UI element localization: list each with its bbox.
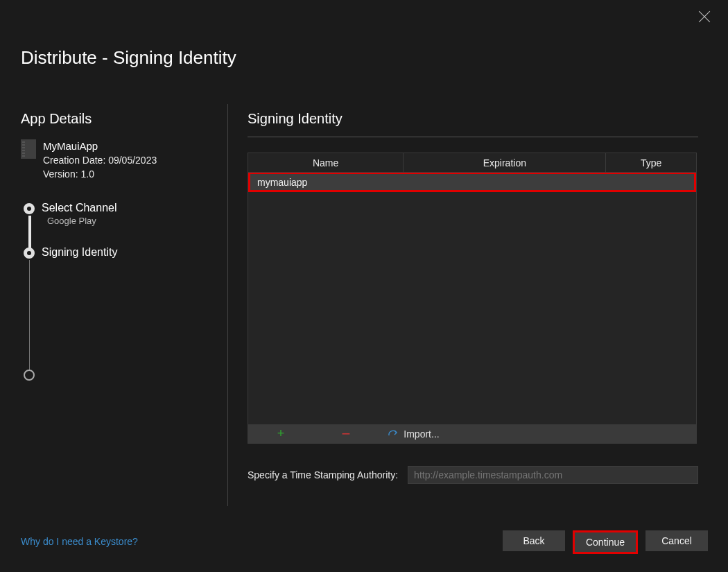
timestamp-label: Specify a Time Stamping Authority:: [248, 469, 398, 480]
app-details-header: App Details: [21, 111, 218, 127]
step-subtitle: Google Play: [47, 216, 117, 226]
timestamp-input[interactable]: [408, 466, 698, 484]
step-final: [24, 368, 218, 400]
import-label: Import...: [404, 428, 439, 440]
step-signing-identity[interactable]: Signing Identity: [24, 246, 218, 278]
right-panel: Signing Identity Name Expiration Type my…: [248, 111, 698, 484]
footer-buttons: Back Continue Cancel: [503, 530, 708, 554]
wizard-steps: Select Channel Google Play Signing Ident…: [24, 202, 218, 400]
import-icon: [388, 428, 399, 440]
back-button[interactable]: Back: [503, 530, 565, 551]
keystore-help-link[interactable]: Why do I need a Keystore?: [21, 536, 138, 547]
page-title: Distribute - Signing Identity: [21, 47, 236, 69]
step-select-channel[interactable]: Select Channel Google Play: [24, 202, 218, 234]
divider: [227, 104, 228, 506]
step-bullet-icon: [24, 203, 35, 214]
step-bullet-icon: [24, 248, 35, 259]
timestamp-row: Specify a Time Stamping Authority:: [248, 466, 698, 484]
identity-table: Name Expiration Type mymauiapp + − Impor…: [248, 153, 697, 444]
table-empty-area: [248, 192, 696, 424]
left-panel: App Details MyMauiApp Creation Date: 09/…: [21, 111, 218, 400]
step-connector: [28, 216, 31, 250]
cancel-button[interactable]: Cancel: [645, 530, 708, 551]
step-title: Signing Identity: [42, 246, 117, 259]
app-name: MyMauiApp: [43, 139, 157, 153]
add-button[interactable]: +: [248, 424, 313, 443]
package-icon: [21, 139, 36, 159]
close-button[interactable]: [698, 10, 711, 23]
col-header-expiration[interactable]: Expiration: [404, 153, 606, 172]
app-creation-date: Creation Date: 09/05/2023: [43, 153, 157, 167]
step-connector: [29, 260, 30, 378]
remove-button[interactable]: −: [313, 424, 379, 443]
cell-name: mymauiapp: [250, 174, 314, 190]
continue-button[interactable]: Continue: [573, 530, 638, 554]
app-version: Version: 1.0: [43, 167, 157, 181]
app-summary: MyMauiApp Creation Date: 09/05/2023 Vers…: [21, 139, 218, 181]
step-title: Select Channel: [42, 202, 117, 214]
signing-identity-header: Signing Identity: [248, 111, 698, 127]
import-button[interactable]: Import...: [379, 424, 449, 443]
identity-toolbar: + − Import...: [248, 424, 696, 443]
divider: [248, 137, 698, 137]
col-header-name[interactable]: Name: [248, 153, 404, 172]
table-row[interactable]: mymauiapp: [248, 173, 696, 192]
step-bullet-icon: [24, 370, 35, 381]
table-header-row: Name Expiration Type: [248, 153, 696, 173]
col-header-type[interactable]: Type: [606, 153, 696, 172]
